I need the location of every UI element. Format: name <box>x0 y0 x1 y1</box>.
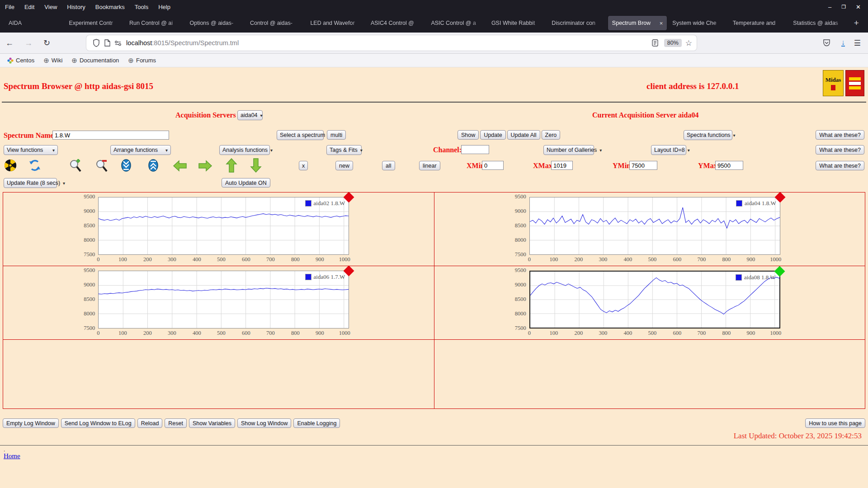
ymin-input[interactable] <box>629 161 657 170</box>
browser-tab[interactable]: Options @ aidas- <box>185 16 244 30</box>
browser-tab[interactable]: Experiment Contr <box>65 16 123 30</box>
browser-tab[interactable]: AIDA <box>5 16 63 30</box>
zoom-in-icon[interactable] <box>68 159 82 173</box>
xmax-input[interactable] <box>551 161 573 170</box>
downloads-icon[interactable]: ↓ <box>841 39 845 47</box>
send-log-window-to-elog-button[interactable]: Send Log Window to ELog <box>61 418 135 428</box>
tags-fits-select[interactable]: Tags & Fits▾ <box>326 145 362 155</box>
browser-tab[interactable]: ASIC4 Control @ <box>367 16 425 30</box>
enable-logging-button[interactable]: Enable Logging <box>293 418 340 428</box>
browser-tab[interactable]: Spectrum Brow× <box>608 16 667 30</box>
menu-view[interactable]: View <box>39 4 62 10</box>
browser-tab[interactable]: Control @ aidas- <box>246 16 305 30</box>
update-button[interactable]: Update <box>480 130 505 140</box>
plot-area[interactable]: aida02 1.8.W <box>98 197 349 255</box>
browser-tab[interactable]: Temperature and <box>729 16 788 30</box>
empty-log-window-button[interactable]: Empty Log Window <box>3 418 59 428</box>
spectrum-chart[interactable]: aida06 1.7.W7500800085009000950001002003… <box>78 266 359 339</box>
auto-update-button[interactable]: Auto Update ON <box>222 178 270 188</box>
x-scale-button[interactable]: x <box>299 161 308 170</box>
bookmark-centos[interactable]: Centos <box>4 57 38 64</box>
show-log-window-button[interactable]: Show Log Window <box>237 418 292 428</box>
xmin-input[interactable] <box>482 161 504 170</box>
new-button[interactable]: new <box>335 161 353 170</box>
close-button[interactable]: ✕ <box>856 4 861 10</box>
home-link[interactable]: Home <box>4 452 20 460</box>
browser-tab[interactable]: Discriminator con <box>547 16 606 30</box>
spectrum-chart[interactable]: aida02 1.8.W7500800085009000950001002003… <box>78 192 359 266</box>
channel-input[interactable] <box>461 145 489 154</box>
menu-file[interactable]: File <box>0 4 19 10</box>
browser-tab[interactable]: LED and Wavefor <box>306 16 365 30</box>
what-are-these-button-2[interactable]: What are these? <box>816 145 864 155</box>
arrow-right-icon[interactable] <box>198 160 212 172</box>
app-menu-icon[interactable]: ☰ <box>854 38 861 48</box>
expand-vertical-icon[interactable] <box>146 159 160 172</box>
select-spectrum-select[interactable]: Select a spectrum▾ <box>277 130 324 140</box>
back-icon[interactable]: ← <box>0 38 19 48</box>
show-button[interactable]: Show <box>458 130 479 140</box>
zero-button[interactable]: Zero <box>542 130 561 140</box>
forward-icon[interactable]: → <box>19 38 38 48</box>
radiation-icon[interactable] <box>4 159 17 172</box>
spectrum-name-input[interactable] <box>52 131 169 140</box>
gallery-cell-empty[interactable] <box>3 340 434 409</box>
acquisition-server-select[interactable]: aida04▾ <box>237 110 263 120</box>
close-tab-icon[interactable]: × <box>660 20 663 27</box>
browser-tab[interactable]: ASIC Control @ a <box>427 16 486 30</box>
plot-area[interactable]: aida08 1.8.W <box>529 271 780 328</box>
plot-area[interactable]: aida04 1.8.W <box>529 197 780 255</box>
number-of-galleries-select[interactable]: Number of Galleries▾ <box>543 145 594 155</box>
update-rate-select[interactable]: Update Rate (8 secs)▾ <box>4 178 57 188</box>
gallery-cell-empty[interactable] <box>434 340 865 409</box>
menu-edit[interactable]: Edit <box>19 4 39 10</box>
reader-mode-icon[interactable] <box>650 38 660 48</box>
view-functions-select[interactable]: View functions▾ <box>4 145 58 155</box>
plot-area[interactable]: aida06 1.7.W <box>98 271 349 328</box>
pocket-icon[interactable] <box>821 38 832 48</box>
compress-vertical-icon[interactable] <box>119 159 133 172</box>
what-are-these-button-1[interactable]: What are these? <box>816 130 864 140</box>
refresh-icon[interactable] <box>28 159 42 172</box>
all-button[interactable]: all <box>382 161 395 170</box>
maximize-button[interactable]: ❐ <box>841 4 846 10</box>
zoom-out-icon[interactable] <box>94 159 108 173</box>
bookmark-wiki[interactable]: ⊕Wiki <box>40 56 66 65</box>
analysis-functions-select[interactable]: Analysis functions▾ <box>219 145 270 155</box>
spectra-functions-select[interactable]: Spectra functions▾ <box>684 130 732 140</box>
what-are-these-button-3[interactable]: What are these? <box>816 161 864 170</box>
gallery-cell[interactable]: aida06 1.7.W7500800085009000950001002003… <box>3 266 434 340</box>
arrange-functions-select[interactable]: Arrange functions▾ <box>110 145 171 155</box>
gallery-cell[interactable]: aida04 1.8.W7500800085009000950001002003… <box>434 192 865 266</box>
menu-history[interactable]: History <box>62 4 90 10</box>
new-tab-button[interactable]: + <box>849 18 863 28</box>
layout-id-select[interactable]: Layout ID=8▾ <box>651 145 686 155</box>
show-variables-button[interactable]: Show Variables <box>189 418 235 428</box>
bookmark-star-icon[interactable]: ☆ <box>685 38 692 48</box>
bookmark-documentation[interactable]: ⊕Documentation <box>68 56 123 65</box>
bookmark-forums[interactable]: ⊕Forums <box>124 56 160 65</box>
page-info-icon[interactable] <box>102 38 113 48</box>
gallery-cell[interactable]: aida02 1.8.W7500800085009000950001002003… <box>3 192 434 266</box>
reload-icon[interactable]: ↻ <box>38 38 56 48</box>
permissions-icon[interactable] <box>113 38 123 48</box>
arrow-left-icon[interactable] <box>173 160 187 172</box>
linear-button[interactable]: linear <box>419 161 440 170</box>
ymax-input[interactable] <box>715 161 743 170</box>
gallery-cell[interactable]: aida08 1.8.W7500800085009000950001002003… <box>434 266 865 340</box>
spectrum-chart[interactable]: aida08 1.8.W7500800085009000950001002003… <box>509 266 790 339</box>
help-button[interactable]: How to use this page <box>805 418 865 428</box>
arrow-down-icon[interactable] <box>250 158 262 173</box>
browser-tab[interactable]: Statistics @ aidas <box>789 16 848 30</box>
zoom-level-badge[interactable]: 80% <box>664 39 682 47</box>
url-bar[interactable]: localhost:8015/Spectrum/Spectrum.tml 80%… <box>86 35 697 51</box>
menu-help[interactable]: Help <box>153 4 175 10</box>
reload-button[interactable]: Reload <box>137 418 163 428</box>
multi-button[interactable]: multi <box>327 130 346 140</box>
menu-bookmarks[interactable]: Bookmarks <box>90 4 130 10</box>
minimize-button[interactable]: – <box>828 4 831 10</box>
browser-tab[interactable]: Run Control @ ai <box>125 16 184 30</box>
spectrum-chart[interactable]: aida04 1.8.W7500800085009000950001002003… <box>509 192 790 266</box>
shield-icon[interactable] <box>91 38 102 48</box>
menu-tools[interactable]: Tools <box>130 4 153 10</box>
